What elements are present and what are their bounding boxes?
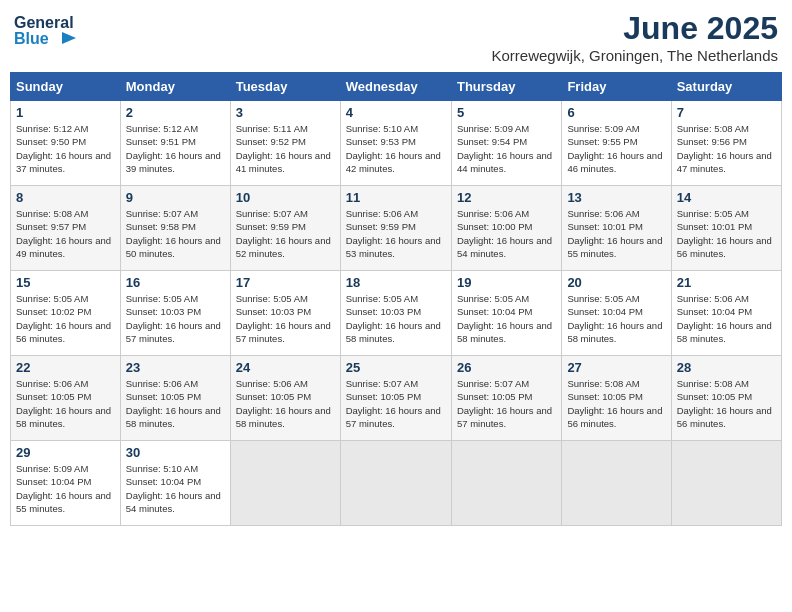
day-info: Sunrise: 5:05 AMSunset: 10:03 PMDaylight… [346,292,446,345]
day-info: Sunrise: 5:05 AMSunset: 10:04 PMDaylight… [567,292,665,345]
day-info: Sunrise: 5:12 AMSunset: 9:50 PMDaylight:… [16,122,115,175]
calendar-cell: 18Sunrise: 5:05 AMSunset: 10:03 PMDaylig… [340,271,451,356]
page-header: General Blue June 2025 Korrewegwijk, Gro… [10,10,782,64]
day-number: 10 [236,190,335,205]
calendar-cell: 8Sunrise: 5:08 AMSunset: 9:57 PMDaylight… [11,186,121,271]
calendar-cell: 7Sunrise: 5:08 AMSunset: 9:56 PMDaylight… [671,101,781,186]
weekday-header-wednesday: Wednesday [340,73,451,101]
calendar-cell: 15Sunrise: 5:05 AMSunset: 10:02 PMDaylig… [11,271,121,356]
day-number: 19 [457,275,556,290]
calendar-cell: 21Sunrise: 5:06 AMSunset: 10:04 PMDaylig… [671,271,781,356]
calendar-cell: 14Sunrise: 5:05 AMSunset: 10:01 PMDaylig… [671,186,781,271]
calendar-table: SundayMondayTuesdayWednesdayThursdayFrid… [10,72,782,526]
weekday-header-friday: Friday [562,73,671,101]
day-number: 12 [457,190,556,205]
day-info: Sunrise: 5:09 AMSunset: 9:54 PMDaylight:… [457,122,556,175]
day-number: 23 [126,360,225,375]
calendar-cell: 23Sunrise: 5:06 AMSunset: 10:05 PMDaylig… [120,356,230,441]
day-info: Sunrise: 5:09 AMSunset: 10:04 PMDaylight… [16,462,115,515]
day-number: 30 [126,445,225,460]
calendar-cell [451,441,561,526]
calendar-cell: 24Sunrise: 5:06 AMSunset: 10:05 PMDaylig… [230,356,340,441]
calendar-cell: 2Sunrise: 5:12 AMSunset: 9:51 PMDaylight… [120,101,230,186]
calendar-cell: 30Sunrise: 5:10 AMSunset: 10:04 PMDaylig… [120,441,230,526]
calendar-cell: 13Sunrise: 5:06 AMSunset: 10:01 PMDaylig… [562,186,671,271]
day-number: 24 [236,360,335,375]
day-info: Sunrise: 5:07 AMSunset: 10:05 PMDaylight… [457,377,556,430]
day-number: 3 [236,105,335,120]
calendar-cell: 3Sunrise: 5:11 AMSunset: 9:52 PMDaylight… [230,101,340,186]
calendar-week-2: 8Sunrise: 5:08 AMSunset: 9:57 PMDaylight… [11,186,782,271]
calendar-week-3: 15Sunrise: 5:05 AMSunset: 10:02 PMDaylig… [11,271,782,356]
day-info: Sunrise: 5:10 AMSunset: 9:53 PMDaylight:… [346,122,446,175]
day-number: 6 [567,105,665,120]
day-info: Sunrise: 5:10 AMSunset: 10:04 PMDaylight… [126,462,225,515]
day-number: 7 [677,105,776,120]
calendar-cell: 29Sunrise: 5:09 AMSunset: 10:04 PMDaylig… [11,441,121,526]
svg-text:Blue: Blue [14,30,49,47]
day-info: Sunrise: 5:08 AMSunset: 9:57 PMDaylight:… [16,207,115,260]
weekday-header-tuesday: Tuesday [230,73,340,101]
day-info: Sunrise: 5:06 AMSunset: 10:05 PMDaylight… [236,377,335,430]
weekday-header-saturday: Saturday [671,73,781,101]
calendar-cell: 25Sunrise: 5:07 AMSunset: 10:05 PMDaylig… [340,356,451,441]
calendar-cell: 5Sunrise: 5:09 AMSunset: 9:54 PMDaylight… [451,101,561,186]
calendar-cell [340,441,451,526]
calendar-week-4: 22Sunrise: 5:06 AMSunset: 10:05 PMDaylig… [11,356,782,441]
day-number: 25 [346,360,446,375]
day-info: Sunrise: 5:05 AMSunset: 10:02 PMDaylight… [16,292,115,345]
day-number: 1 [16,105,115,120]
logo-block: General Blue [14,10,84,54]
calendar-cell [671,441,781,526]
day-info: Sunrise: 5:08 AMSunset: 10:05 PMDaylight… [677,377,776,430]
day-info: Sunrise: 5:06 AMSunset: 9:59 PMDaylight:… [346,207,446,260]
day-info: Sunrise: 5:08 AMSunset: 10:05 PMDaylight… [567,377,665,430]
day-number: 5 [457,105,556,120]
svg-text:General: General [14,14,74,31]
calendar-cell [562,441,671,526]
calendar-cell: 26Sunrise: 5:07 AMSunset: 10:05 PMDaylig… [451,356,561,441]
day-number: 29 [16,445,115,460]
day-number: 28 [677,360,776,375]
day-info: Sunrise: 5:06 AMSunset: 10:05 PMDaylight… [16,377,115,430]
calendar-week-1: 1Sunrise: 5:12 AMSunset: 9:50 PMDaylight… [11,101,782,186]
day-number: 9 [126,190,225,205]
weekday-header-thursday: Thursday [451,73,561,101]
day-number: 15 [16,275,115,290]
calendar-header-row: SundayMondayTuesdayWednesdayThursdayFrid… [11,73,782,101]
calendar-cell: 12Sunrise: 5:06 AMSunset: 10:00 PMDaylig… [451,186,561,271]
calendar-cell: 6Sunrise: 5:09 AMSunset: 9:55 PMDaylight… [562,101,671,186]
calendar-cell: 16Sunrise: 5:05 AMSunset: 10:03 PMDaylig… [120,271,230,356]
day-info: Sunrise: 5:05 AMSunset: 10:03 PMDaylight… [236,292,335,345]
calendar-cell: 10Sunrise: 5:07 AMSunset: 9:59 PMDayligh… [230,186,340,271]
day-info: Sunrise: 5:07 AMSunset: 10:05 PMDaylight… [346,377,446,430]
day-info: Sunrise: 5:06 AMSunset: 10:04 PMDaylight… [677,292,776,345]
calendar-cell: 19Sunrise: 5:05 AMSunset: 10:04 PMDaylig… [451,271,561,356]
day-number: 2 [126,105,225,120]
weekday-header-sunday: Sunday [11,73,121,101]
calendar-cell: 4Sunrise: 5:10 AMSunset: 9:53 PMDaylight… [340,101,451,186]
calendar-cell [230,441,340,526]
calendar-cell: 11Sunrise: 5:06 AMSunset: 9:59 PMDayligh… [340,186,451,271]
day-info: Sunrise: 5:06 AMSunset: 10:01 PMDaylight… [567,207,665,260]
day-number: 22 [16,360,115,375]
day-info: Sunrise: 5:09 AMSunset: 9:55 PMDaylight:… [567,122,665,175]
logo-svg: General Blue [14,10,84,50]
day-number: 13 [567,190,665,205]
calendar-cell: 22Sunrise: 5:06 AMSunset: 10:05 PMDaylig… [11,356,121,441]
day-number: 21 [677,275,776,290]
title-block: June 2025 Korrewegwijk, Groningen, The N… [491,10,778,64]
day-info: Sunrise: 5:05 AMSunset: 10:04 PMDaylight… [457,292,556,345]
logo: General Blue [14,10,84,54]
day-number: 18 [346,275,446,290]
calendar-cell: 1Sunrise: 5:12 AMSunset: 9:50 PMDaylight… [11,101,121,186]
day-info: Sunrise: 5:12 AMSunset: 9:51 PMDaylight:… [126,122,225,175]
calendar-cell: 20Sunrise: 5:05 AMSunset: 10:04 PMDaylig… [562,271,671,356]
day-info: Sunrise: 5:07 AMSunset: 9:58 PMDaylight:… [126,207,225,260]
day-number: 17 [236,275,335,290]
weekday-header-monday: Monday [120,73,230,101]
day-number: 26 [457,360,556,375]
day-number: 4 [346,105,446,120]
day-info: Sunrise: 5:05 AMSunset: 10:03 PMDaylight… [126,292,225,345]
day-info: Sunrise: 5:07 AMSunset: 9:59 PMDaylight:… [236,207,335,260]
